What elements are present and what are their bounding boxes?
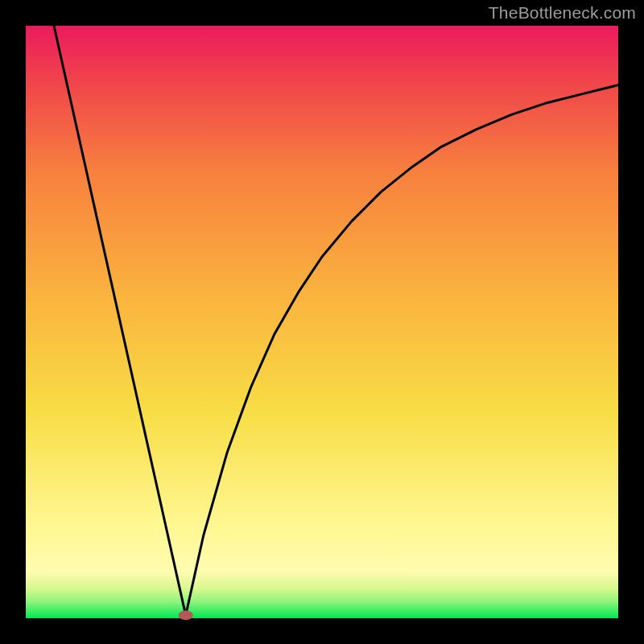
curve-right-rise <box>186 85 618 616</box>
minimum-marker <box>179 610 193 620</box>
curve-left-descent <box>54 26 186 615</box>
curve-layer <box>26 26 618 618</box>
watermark: TheBottleneck.com <box>489 3 636 23</box>
plot-area <box>26 26 618 618</box>
chart-frame: TheBottleneck.com <box>0 0 644 644</box>
